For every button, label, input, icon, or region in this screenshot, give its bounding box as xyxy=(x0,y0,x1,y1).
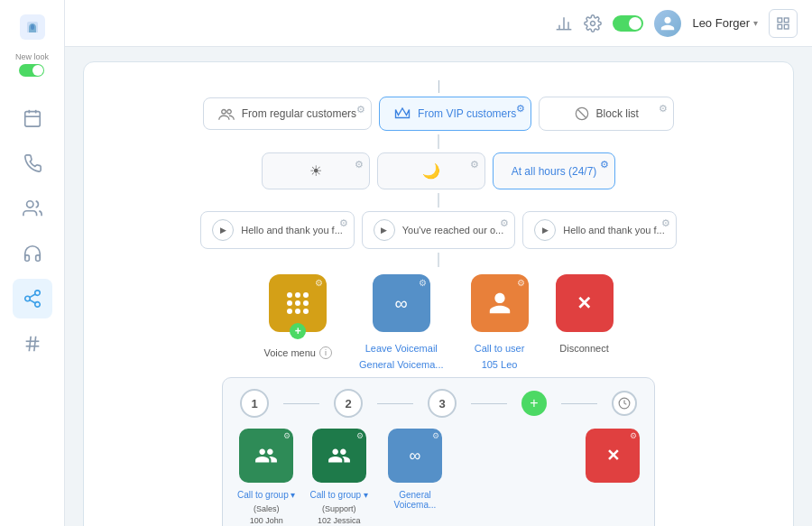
sub-disconnect-gear[interactable]: ⚙ xyxy=(630,431,637,440)
sidebar-item-phone[interactable] xyxy=(13,143,52,183)
greeting-2-gear[interactable]: ⚙ xyxy=(500,217,509,229)
nighttime-gear[interactable]: ⚙ xyxy=(470,159,479,171)
voice-menu-gear[interactable]: ⚙ xyxy=(315,278,323,288)
settings-icon[interactable] xyxy=(584,14,602,32)
node-vip-customers[interactable]: From VIP customers ⚙ xyxy=(379,97,531,131)
sub-voicemail-box[interactable]: ∞ ⚙ xyxy=(388,429,442,483)
svg-point-6 xyxy=(26,201,32,208)
voicemail-gear[interactable]: ⚙ xyxy=(419,278,427,288)
voicemail-label: Leave Voicemail xyxy=(365,343,438,354)
play-btn-2[interactable]: ▶ xyxy=(374,219,395,241)
sidebar-item-contacts[interactable] xyxy=(13,189,52,228)
disconnect-box[interactable]: ✕ xyxy=(556,274,614,332)
sub-tab-clock[interactable] xyxy=(612,391,637,416)
greeting-2[interactable]: ▶ You've reached our o... ⚙ xyxy=(362,211,515,249)
global-toggle[interactable] xyxy=(613,15,643,32)
voicemail-box[interactable]: ∞ ⚙ xyxy=(373,274,430,332)
greeting-3[interactable]: ▶ Hello and thank you f... ⚙ xyxy=(522,211,677,249)
node-block-list[interactable]: Block list ⚙ xyxy=(539,97,674,131)
vip-customers-gear[interactable]: ⚙ xyxy=(516,103,525,115)
avatar xyxy=(654,10,681,37)
sidebar-nav xyxy=(13,98,52,517)
biz-daytime[interactable]: ☀ ⚙ xyxy=(262,152,370,189)
sub-nodes-row: ⚙ Call to group ▾ (Sales)100 John101 Pet… xyxy=(237,429,640,526)
svg-point-25 xyxy=(221,110,226,115)
node-regular-customers[interactable]: From regular customers ⚙ xyxy=(203,97,372,130)
greeting-3-gear[interactable]: ⚙ xyxy=(661,217,670,229)
play-btn-3[interactable]: ▶ xyxy=(534,219,556,241)
customer-types-row: From regular customers ⚙ From VIP custom… xyxy=(102,97,775,131)
new-look-section: New look xyxy=(15,52,49,80)
sub-node-disconnect: ✕ ⚙ xyxy=(586,429,640,483)
block-list-gear[interactable]: ⚙ xyxy=(659,103,668,115)
callgroup-support-sublabel: (Support)102 Jessica104 Allie xyxy=(318,503,361,526)
svg-rect-23 xyxy=(778,24,782,29)
call-user-label: Call to user xyxy=(475,343,525,354)
sub-disconnect-box[interactable]: ✕ ⚙ xyxy=(586,429,640,483)
sub-tab-line-1 xyxy=(283,403,319,404)
sub-voicemail-gear[interactable]: ⚙ xyxy=(432,431,439,440)
sub-tab-line-3 xyxy=(471,403,507,404)
biz-nighttime[interactable]: 🌙 ⚙ xyxy=(377,152,485,189)
callgroup-sales-sublabel: (Sales)100 John101 Peter xyxy=(249,503,284,526)
sub-tab-1[interactable]: 1 xyxy=(240,389,269,418)
greeting-row: ▶ Hello and thank you f... ⚙ ▶ You've re… xyxy=(102,211,775,249)
person-group-icon xyxy=(254,444,278,467)
sub-tab-2[interactable]: 2 xyxy=(334,389,363,418)
voice-menu-plus[interactable]: + xyxy=(290,323,306,339)
sub-node-voicemail: ∞ ⚙ General Voicema... xyxy=(383,429,448,510)
sidebar-item-tags[interactable] xyxy=(13,324,52,364)
sidebar-item-flow[interactable] xyxy=(13,279,52,318)
new-look-toggle[interactable] xyxy=(19,64,44,77)
top-bar: Leo Forger ▾ xyxy=(65,0,812,47)
x-icon: ✕ xyxy=(577,292,592,314)
sub-tab-line-2 xyxy=(377,403,413,404)
sub-tab-plus[interactable]: + xyxy=(521,391,547,416)
sub-x-icon: ✕ xyxy=(606,446,620,466)
callgroup-sales-gear[interactable]: ⚙ xyxy=(283,431,291,440)
allhours-gear[interactable]: ⚙ xyxy=(600,159,609,171)
sidebar: New look xyxy=(0,0,65,526)
call-user-box[interactable]: ⚙ xyxy=(471,274,529,332)
sub-voicemail-icon: ∞ xyxy=(410,447,421,466)
sidebar-item-calendar[interactable] xyxy=(13,98,52,138)
daytime-gear[interactable]: ⚙ xyxy=(355,159,364,171)
sidebar-item-support[interactable] xyxy=(13,234,52,273)
chart-icon[interactable] xyxy=(555,14,573,32)
call-user-gear[interactable]: ⚙ xyxy=(517,278,525,288)
svg-line-11 xyxy=(29,294,34,298)
svg-rect-22 xyxy=(784,18,789,23)
flow-canvas: From regular customers ⚙ From VIP custom… xyxy=(65,47,812,526)
callgroup-support-box[interactable]: ⚙ xyxy=(312,429,366,483)
block-list-label: Block list xyxy=(596,107,639,120)
svg-line-28 xyxy=(577,109,586,117)
svg-line-15 xyxy=(33,337,35,352)
biz-allhours[interactable]: At all hours (24/7) ⚙ xyxy=(493,152,616,189)
svg-line-10 xyxy=(29,300,34,303)
regular-customers-gear[interactable]: ⚙ xyxy=(356,104,365,115)
svg-point-9 xyxy=(34,301,40,307)
greeting-1[interactable]: ▶ Hello and thank you f... ⚙ xyxy=(200,211,355,249)
voice-menu-box[interactable]: ⚙ + xyxy=(269,274,327,332)
person-icon xyxy=(487,291,512,316)
callgroup-sales-label: Call to group ▾ xyxy=(237,490,295,500)
user-name[interactable]: Leo Forger ▾ xyxy=(692,16,758,30)
allhours-label: At all hours (24/7) xyxy=(512,165,597,178)
grid-dots-icon xyxy=(287,292,309,314)
callgroup-sales-box[interactable]: ⚙ xyxy=(239,429,293,483)
new-look-label: New look xyxy=(15,52,49,62)
greeting-1-label: Hello and thank you f... xyxy=(241,225,343,235)
main-content: Leo Forger ▾ xyxy=(65,0,812,526)
action-nodes-row: ⚙ + Voice menu i ∞ ⚙ xyxy=(102,274,775,370)
play-btn-1[interactable]: ▶ xyxy=(212,219,234,241)
vip-customers-label: From VIP customers xyxy=(418,107,516,120)
sub-flow-tabs: 1 2 3 + xyxy=(237,389,640,418)
grid-icon-button[interactable] xyxy=(769,9,798,38)
voicemail-sublabel: General Voicema... xyxy=(359,359,444,370)
sub-node-callgroup-sales: ⚙ Call to group ▾ (Sales)100 John101 Pet… xyxy=(237,429,295,526)
call-user-sublabel: 105 Leo xyxy=(482,359,518,370)
callgroup-support-gear[interactable]: ⚙ xyxy=(356,431,364,440)
svg-point-26 xyxy=(226,110,231,115)
sub-tab-3[interactable]: 3 xyxy=(428,389,457,418)
greeting-1-gear[interactable]: ⚙ xyxy=(339,217,348,229)
